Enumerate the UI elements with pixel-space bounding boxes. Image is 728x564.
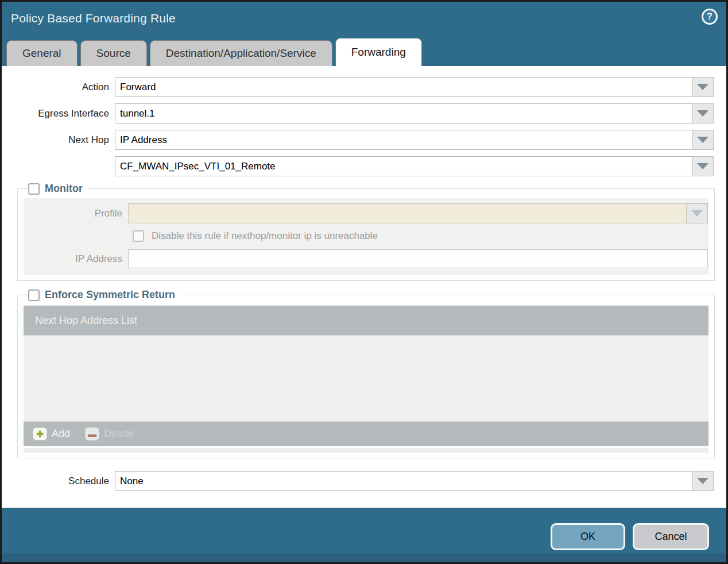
tab-bar: General Source Destination/Application/S… xyxy=(2,38,726,66)
monitor-legend-label: Monitor xyxy=(45,183,83,195)
forwarding-tab-panel: Action Forward Egress Interface tunnel.1… xyxy=(2,66,726,508)
chevron-down-icon xyxy=(697,478,708,484)
disable-rule-row: Disable this rule if nexthop/monitor ip … xyxy=(133,230,708,242)
disable-rule-checkbox xyxy=(133,230,144,242)
schedule-dropdown-button[interactable] xyxy=(692,471,714,491)
next-hop-address-select[interactable]: CF_MWAN_IPsec_VTI_01_Remote xyxy=(115,156,692,176)
schedule-label: Schedule xyxy=(2,476,115,487)
bottom-strip xyxy=(2,554,726,562)
monitor-legend: Monitor xyxy=(27,183,87,195)
tab-destination-application-service[interactable]: Destination/Application/Service xyxy=(150,40,332,66)
chevron-down-icon xyxy=(697,84,708,90)
cancel-button[interactable]: Cancel xyxy=(633,523,709,550)
profile-select[interactable] xyxy=(128,203,687,223)
monitor-ip-address-label: IP Address xyxy=(24,253,128,265)
delete-button: ▬ Delete xyxy=(85,427,134,441)
pbf-rule-dialog: Policy Based Forwarding Rule ? General S… xyxy=(0,0,728,564)
delete-button-label: Delete xyxy=(104,428,134,440)
monitor-checkbox[interactable] xyxy=(28,183,40,195)
next-hop-address-list-table: Next Hop Address List ✚ Add ▬ Delete xyxy=(24,306,708,453)
title-bar: Policy Based Forwarding Rule ? xyxy=(2,2,726,38)
profile-dropdown-button xyxy=(687,203,708,223)
tab-source[interactable]: Source xyxy=(80,40,147,66)
next-hop-address-list-header: Next Hop Address List xyxy=(24,306,708,335)
action-select[interactable]: Forward xyxy=(115,77,692,97)
egress-interface-row: Egress Interface tunnel.1 xyxy=(2,103,714,123)
plus-icon: ✚ xyxy=(33,427,47,441)
egress-interface-dropdown-button[interactable] xyxy=(692,103,714,123)
next-hop-row: Next Hop IP Address xyxy=(2,130,714,150)
tab-forwarding[interactable]: Forwarding xyxy=(335,38,422,66)
monitor-section: Monitor Profile Disable this rule if nex… xyxy=(17,183,715,281)
action-dropdown-button[interactable] xyxy=(692,77,714,97)
table-horizontal-scrollbar[interactable] xyxy=(24,448,708,453)
monitor-ip-address-input xyxy=(128,249,708,268)
profile-label: Profile xyxy=(24,208,128,219)
enforce-symmetric-return-section: Enforce Symmetric Return Next Hop Addres… xyxy=(17,289,715,458)
next-hop-address-dropdown-button[interactable] xyxy=(692,156,714,176)
next-hop-address-row: CF_MWAN_IPsec_VTI_01_Remote xyxy=(2,156,714,176)
add-button-label: Add xyxy=(52,428,70,440)
action-row: Action Forward xyxy=(2,77,714,97)
action-label: Action xyxy=(2,82,115,93)
next-hop-type-select[interactable]: IP Address xyxy=(115,130,692,150)
next-hop-address-list-header-label: Next Hop Address List xyxy=(35,315,137,327)
chevron-down-icon xyxy=(697,110,708,117)
dialog-footer: OK Cancel xyxy=(2,508,726,554)
add-button[interactable]: ✚ Add xyxy=(33,427,70,441)
next-hop-address-list-footer: ✚ Add ▬ Delete xyxy=(24,422,708,446)
next-hop-label: Next Hop xyxy=(2,134,115,146)
chevron-down-icon xyxy=(697,163,708,169)
next-hop-type-dropdown-button[interactable] xyxy=(692,130,714,150)
enforce-symmetric-return-legend-label: Enforce Symmetric Return xyxy=(45,289,175,301)
tab-general[interactable]: General xyxy=(6,40,78,66)
minus-icon: ▬ xyxy=(85,427,99,441)
enforce-symmetric-return-checkbox[interactable] xyxy=(28,289,40,301)
help-icon[interactable]: ? xyxy=(702,9,718,25)
next-hop-address-list-body[interactable] xyxy=(24,335,708,422)
schedule-row: Schedule None xyxy=(2,471,714,491)
profile-row: Profile xyxy=(24,203,708,223)
egress-interface-label: Egress Interface xyxy=(2,108,115,119)
enforce-symmetric-return-legend: Enforce Symmetric Return xyxy=(27,289,180,301)
chevron-down-icon xyxy=(697,137,708,143)
help-glyph: ? xyxy=(707,11,712,22)
egress-interface-select[interactable]: tunnel.1 xyxy=(115,103,692,123)
schedule-select[interactable]: None xyxy=(115,471,692,491)
disable-rule-label: Disable this rule if nexthop/monitor ip … xyxy=(152,230,378,242)
ok-button[interactable]: OK xyxy=(551,523,625,550)
dialog-title: Policy Based Forwarding Rule xyxy=(11,11,176,25)
monitor-panel: Profile Disable this rule if nexthop/mon… xyxy=(24,198,708,275)
monitor-ip-address-row: IP Address xyxy=(24,249,708,268)
chevron-down-icon xyxy=(691,210,703,217)
